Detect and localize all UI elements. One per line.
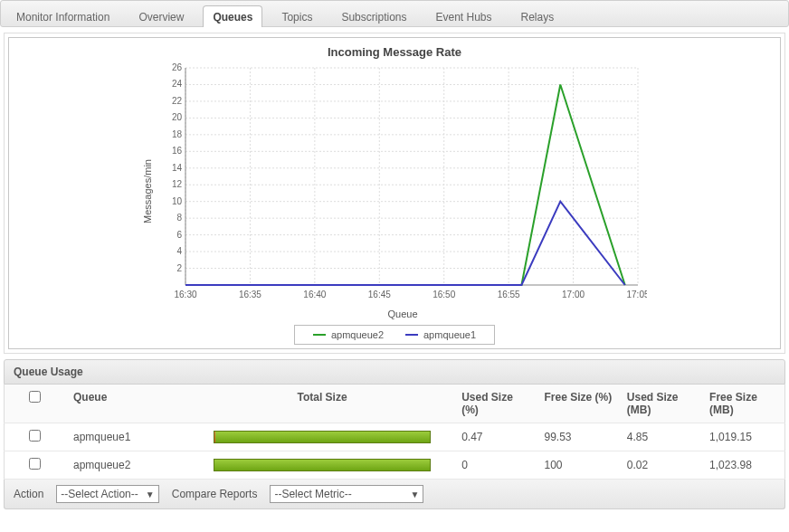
series-apmqueue1 xyxy=(185,202,625,285)
compare-label: Compare Reports xyxy=(172,488,258,500)
tab-bar: Monitor InformationOverviewQueuesTopicsS… xyxy=(0,0,789,27)
svg-text:16:45: 16:45 xyxy=(368,290,391,299)
col-queue: Queue xyxy=(66,385,190,423)
legend-item-apmqueue1[interactable]: apmqueue1 xyxy=(405,329,476,340)
x-axis-label: Queue xyxy=(158,309,647,319)
compare-select[interactable]: --Select Metric-- ▼ xyxy=(270,485,423,503)
chevron-down-icon: ▼ xyxy=(411,489,420,499)
chart-plot: 246810121416182022242616:3016:3516:4016:… xyxy=(158,62,647,307)
col-used-mb: Used Size (MB) xyxy=(620,385,702,423)
tab-monitor-information[interactable]: Monitor Information xyxy=(6,5,119,27)
legend-label: apmqueue1 xyxy=(423,329,476,340)
chart-panel: Incoming Message Rate Messages/min 24681… xyxy=(4,33,785,354)
svg-text:8: 8 xyxy=(176,213,182,223)
svg-text:17:05: 17:05 xyxy=(626,290,647,299)
svg-text:12: 12 xyxy=(172,179,183,189)
action-select-value: --Select Action-- xyxy=(61,488,138,500)
cell-used-pct: 0 xyxy=(454,451,537,480)
cell-total-size xyxy=(190,451,454,480)
tab-relays[interactable]: Relays xyxy=(511,5,565,27)
usage-bar xyxy=(214,431,431,443)
cell-used-mb: 4.85 xyxy=(620,423,702,451)
action-label: Action xyxy=(14,488,43,500)
compare-select-value: --Select Metric-- xyxy=(274,488,351,500)
svg-text:26: 26 xyxy=(172,62,183,72)
chevron-down-icon: ▼ xyxy=(146,489,155,499)
usage-bar xyxy=(214,459,431,471)
legend-swatch-icon xyxy=(313,334,326,336)
col-total-size: Total Size xyxy=(190,385,454,423)
row-checkbox[interactable] xyxy=(29,458,41,470)
svg-text:6: 6 xyxy=(176,230,182,240)
col-select xyxy=(5,385,66,423)
svg-text:17:00: 17:00 xyxy=(562,290,585,299)
svg-text:16:55: 16:55 xyxy=(498,290,520,299)
svg-text:24: 24 xyxy=(172,79,183,89)
tab-event-hubs[interactable]: Event Hubs xyxy=(425,5,501,27)
legend-label: apmqueue2 xyxy=(331,329,384,340)
cell-used-pct: 0.47 xyxy=(454,423,537,451)
svg-text:4: 4 xyxy=(176,246,182,256)
table-header-row: Queue Total Size Used Size (%) Free Size… xyxy=(5,385,785,423)
cell-free-mb: 1,019.15 xyxy=(702,423,784,451)
table-row: apmqueue10.4799.534.851,019.15 xyxy=(5,423,785,451)
y-axis-label: Messages/min xyxy=(142,159,153,223)
tab-overview[interactable]: Overview xyxy=(128,5,194,27)
queue-usage-table: Queue Total Size Used Size (%) Free Size… xyxy=(4,385,785,480)
footer-actions: Action --Select Action-- ▼ Compare Repor… xyxy=(4,480,785,509)
chart-legend: apmqueue2apmqueue1 xyxy=(16,325,773,345)
cell-free-pct: 100 xyxy=(537,451,619,480)
cell-total-size xyxy=(190,423,454,451)
col-free-pct: Free Size (%) xyxy=(537,385,619,423)
cell-free-mb: 1,023.98 xyxy=(702,451,784,480)
chart-title: Incoming Message Rate xyxy=(16,45,773,59)
usage-bar-used xyxy=(214,432,215,442)
cell-free-pct: 99.53 xyxy=(537,423,619,451)
svg-text:16: 16 xyxy=(172,146,183,156)
select-all-checkbox[interactable] xyxy=(29,391,41,403)
svg-text:18: 18 xyxy=(172,129,183,139)
legend-item-apmqueue2[interactable]: apmqueue2 xyxy=(313,329,384,340)
svg-text:16:30: 16:30 xyxy=(174,290,196,299)
svg-text:10: 10 xyxy=(172,196,183,206)
tab-subscriptions[interactable]: Subscriptions xyxy=(331,5,416,27)
svg-text:20: 20 xyxy=(172,112,183,122)
queue-usage-header: Queue Usage xyxy=(4,359,785,385)
cell-queue: apmqueue2 xyxy=(66,451,190,480)
svg-text:14: 14 xyxy=(172,163,183,173)
table-row: apmqueue201000.021,023.98 xyxy=(5,451,785,480)
col-free-mb: Free Size (MB) xyxy=(702,385,784,423)
svg-text:16:40: 16:40 xyxy=(303,290,326,299)
col-used-pct: Used Size (%) xyxy=(454,385,537,423)
cell-used-mb: 0.02 xyxy=(620,451,702,480)
legend-swatch-icon xyxy=(405,334,418,336)
cell-queue: apmqueue1 xyxy=(66,423,190,451)
action-select[interactable]: --Select Action-- ▼ xyxy=(56,485,158,503)
svg-text:16:50: 16:50 xyxy=(433,290,455,299)
svg-text:2: 2 xyxy=(176,263,182,273)
tab-topics[interactable]: Topics xyxy=(271,5,322,27)
svg-text:22: 22 xyxy=(172,96,183,106)
tab-queues[interactable]: Queues xyxy=(203,5,262,27)
chart-panel-inner: Incoming Message Rate Messages/min 24681… xyxy=(8,37,781,349)
row-checkbox[interactable] xyxy=(29,430,41,442)
svg-text:16:35: 16:35 xyxy=(239,290,261,299)
